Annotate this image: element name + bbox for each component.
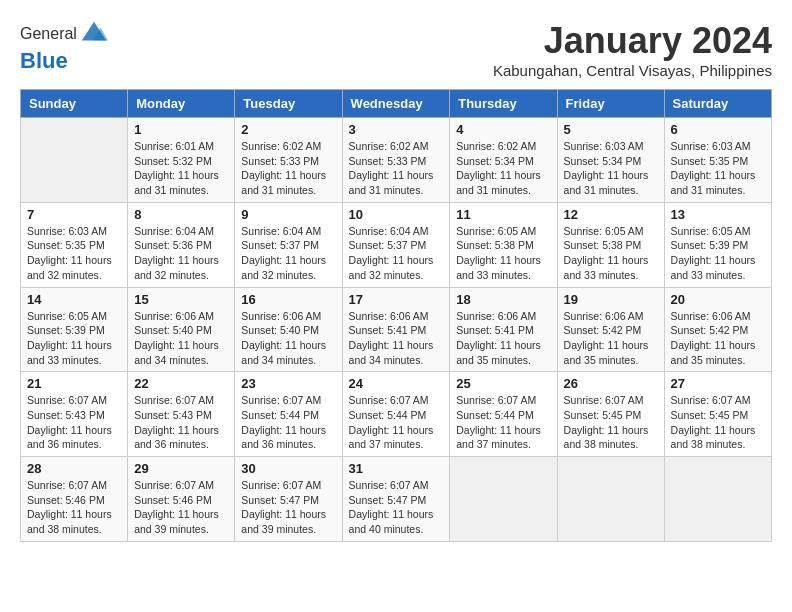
day-number: 7 (27, 207, 121, 222)
day-info: Sunrise: 6:04 AM Sunset: 5:37 PM Dayligh… (241, 224, 335, 283)
calendar-week-5: 28Sunrise: 6:07 AM Sunset: 5:46 PM Dayli… (21, 457, 772, 542)
day-info: Sunrise: 6:03 AM Sunset: 5:35 PM Dayligh… (671, 139, 765, 198)
day-number: 26 (564, 376, 658, 391)
calendar-cell: 14Sunrise: 6:05 AM Sunset: 5:39 PM Dayli… (21, 287, 128, 372)
day-number: 2 (241, 122, 335, 137)
month-title: January 2024 (493, 20, 772, 62)
calendar-cell: 22Sunrise: 6:07 AM Sunset: 5:43 PM Dayli… (128, 372, 235, 457)
calendar-cell: 11Sunrise: 6:05 AM Sunset: 5:38 PM Dayli… (450, 202, 557, 287)
calendar-cell: 12Sunrise: 6:05 AM Sunset: 5:38 PM Dayli… (557, 202, 664, 287)
calendar-cell: 19Sunrise: 6:06 AM Sunset: 5:42 PM Dayli… (557, 287, 664, 372)
calendar-cell (664, 457, 771, 542)
calendar-header: SundayMondayTuesdayWednesdayThursdayFrid… (21, 90, 772, 118)
calendar-cell: 26Sunrise: 6:07 AM Sunset: 5:45 PM Dayli… (557, 372, 664, 457)
calendar-cell: 31Sunrise: 6:07 AM Sunset: 5:47 PM Dayli… (342, 457, 450, 542)
day-number: 24 (349, 376, 444, 391)
day-number: 15 (134, 292, 228, 307)
day-info: Sunrise: 6:07 AM Sunset: 5:45 PM Dayligh… (564, 393, 658, 452)
day-number: 20 (671, 292, 765, 307)
day-number: 23 (241, 376, 335, 391)
calendar-cell: 20Sunrise: 6:06 AM Sunset: 5:42 PM Dayli… (664, 287, 771, 372)
calendar-cell: 24Sunrise: 6:07 AM Sunset: 5:44 PM Dayli… (342, 372, 450, 457)
calendar-cell: 6Sunrise: 6:03 AM Sunset: 5:35 PM Daylig… (664, 118, 771, 203)
calendar-cell: 25Sunrise: 6:07 AM Sunset: 5:44 PM Dayli… (450, 372, 557, 457)
day-number: 9 (241, 207, 335, 222)
calendar-cell: 28Sunrise: 6:07 AM Sunset: 5:46 PM Dayli… (21, 457, 128, 542)
day-info: Sunrise: 6:03 AM Sunset: 5:34 PM Dayligh… (564, 139, 658, 198)
day-number: 19 (564, 292, 658, 307)
day-info: Sunrise: 6:06 AM Sunset: 5:42 PM Dayligh… (564, 309, 658, 368)
day-info: Sunrise: 6:06 AM Sunset: 5:40 PM Dayligh… (134, 309, 228, 368)
calendar-cell: 3Sunrise: 6:02 AM Sunset: 5:33 PM Daylig… (342, 118, 450, 203)
day-info: Sunrise: 6:06 AM Sunset: 5:42 PM Dayligh… (671, 309, 765, 368)
day-number: 28 (27, 461, 121, 476)
calendar-week-4: 21Sunrise: 6:07 AM Sunset: 5:43 PM Dayli… (21, 372, 772, 457)
day-number: 22 (134, 376, 228, 391)
calendar-cell: 8Sunrise: 6:04 AM Sunset: 5:36 PM Daylig… (128, 202, 235, 287)
day-info: Sunrise: 6:02 AM Sunset: 5:33 PM Dayligh… (241, 139, 335, 198)
calendar-cell: 23Sunrise: 6:07 AM Sunset: 5:44 PM Dayli… (235, 372, 342, 457)
day-info: Sunrise: 6:01 AM Sunset: 5:32 PM Dayligh… (134, 139, 228, 198)
header-day-sunday: Sunday (21, 90, 128, 118)
calendar-cell (21, 118, 128, 203)
calendar-cell: 16Sunrise: 6:06 AM Sunset: 5:40 PM Dayli… (235, 287, 342, 372)
day-number: 16 (241, 292, 335, 307)
calendar-week-1: 1Sunrise: 6:01 AM Sunset: 5:32 PM Daylig… (21, 118, 772, 203)
day-number: 14 (27, 292, 121, 307)
day-info: Sunrise: 6:07 AM Sunset: 5:43 PM Dayligh… (27, 393, 121, 452)
logo-icon (80, 20, 108, 48)
day-number: 4 (456, 122, 550, 137)
day-number: 31 (349, 461, 444, 476)
calendar-cell: 4Sunrise: 6:02 AM Sunset: 5:34 PM Daylig… (450, 118, 557, 203)
day-number: 25 (456, 376, 550, 391)
calendar-cell: 9Sunrise: 6:04 AM Sunset: 5:37 PM Daylig… (235, 202, 342, 287)
day-info: Sunrise: 6:05 AM Sunset: 5:38 PM Dayligh… (456, 224, 550, 283)
header-day-wednesday: Wednesday (342, 90, 450, 118)
day-number: 3 (349, 122, 444, 137)
calendar-cell: 30Sunrise: 6:07 AM Sunset: 5:47 PM Dayli… (235, 457, 342, 542)
day-number: 13 (671, 207, 765, 222)
header-day-monday: Monday (128, 90, 235, 118)
day-number: 8 (134, 207, 228, 222)
day-info: Sunrise: 6:07 AM Sunset: 5:47 PM Dayligh… (241, 478, 335, 537)
day-number: 21 (27, 376, 121, 391)
day-info: Sunrise: 6:05 AM Sunset: 5:39 PM Dayligh… (671, 224, 765, 283)
day-number: 5 (564, 122, 658, 137)
day-info: Sunrise: 6:06 AM Sunset: 5:41 PM Dayligh… (456, 309, 550, 368)
calendar-cell: 21Sunrise: 6:07 AM Sunset: 5:43 PM Dayli… (21, 372, 128, 457)
day-number: 18 (456, 292, 550, 307)
header-day-friday: Friday (557, 90, 664, 118)
calendar-cell: 5Sunrise: 6:03 AM Sunset: 5:34 PM Daylig… (557, 118, 664, 203)
header-day-thursday: Thursday (450, 90, 557, 118)
day-info: Sunrise: 6:04 AM Sunset: 5:37 PM Dayligh… (349, 224, 444, 283)
day-info: Sunrise: 6:04 AM Sunset: 5:36 PM Dayligh… (134, 224, 228, 283)
calendar-cell: 17Sunrise: 6:06 AM Sunset: 5:41 PM Dayli… (342, 287, 450, 372)
day-info: Sunrise: 6:02 AM Sunset: 5:34 PM Dayligh… (456, 139, 550, 198)
calendar-cell: 18Sunrise: 6:06 AM Sunset: 5:41 PM Dayli… (450, 287, 557, 372)
calendar-body: 1Sunrise: 6:01 AM Sunset: 5:32 PM Daylig… (21, 118, 772, 542)
day-number: 17 (349, 292, 444, 307)
calendar-week-3: 14Sunrise: 6:05 AM Sunset: 5:39 PM Dayli… (21, 287, 772, 372)
calendar-table: SundayMondayTuesdayWednesdayThursdayFrid… (20, 89, 772, 542)
day-info: Sunrise: 6:06 AM Sunset: 5:41 PM Dayligh… (349, 309, 444, 368)
logo-blue-text: Blue (20, 48, 108, 74)
day-info: Sunrise: 6:05 AM Sunset: 5:39 PM Dayligh… (27, 309, 121, 368)
day-info: Sunrise: 6:07 AM Sunset: 5:45 PM Dayligh… (671, 393, 765, 452)
day-info: Sunrise: 6:07 AM Sunset: 5:44 PM Dayligh… (456, 393, 550, 452)
day-number: 11 (456, 207, 550, 222)
calendar-cell (450, 457, 557, 542)
calendar-cell: 15Sunrise: 6:06 AM Sunset: 5:40 PM Dayli… (128, 287, 235, 372)
day-number: 12 (564, 207, 658, 222)
page-header: General Blue January 2024 Kabungahan, Ce… (20, 20, 772, 79)
day-info: Sunrise: 6:03 AM Sunset: 5:35 PM Dayligh… (27, 224, 121, 283)
day-info: Sunrise: 6:07 AM Sunset: 5:44 PM Dayligh… (349, 393, 444, 452)
day-info: Sunrise: 6:07 AM Sunset: 5:43 PM Dayligh… (134, 393, 228, 452)
header-day-saturday: Saturday (664, 90, 771, 118)
calendar-cell: 27Sunrise: 6:07 AM Sunset: 5:45 PM Dayli… (664, 372, 771, 457)
day-number: 27 (671, 376, 765, 391)
day-info: Sunrise: 6:06 AM Sunset: 5:40 PM Dayligh… (241, 309, 335, 368)
day-info: Sunrise: 6:07 AM Sunset: 5:46 PM Dayligh… (27, 478, 121, 537)
calendar-cell (557, 457, 664, 542)
day-number: 29 (134, 461, 228, 476)
calendar-cell: 1Sunrise: 6:01 AM Sunset: 5:32 PM Daylig… (128, 118, 235, 203)
